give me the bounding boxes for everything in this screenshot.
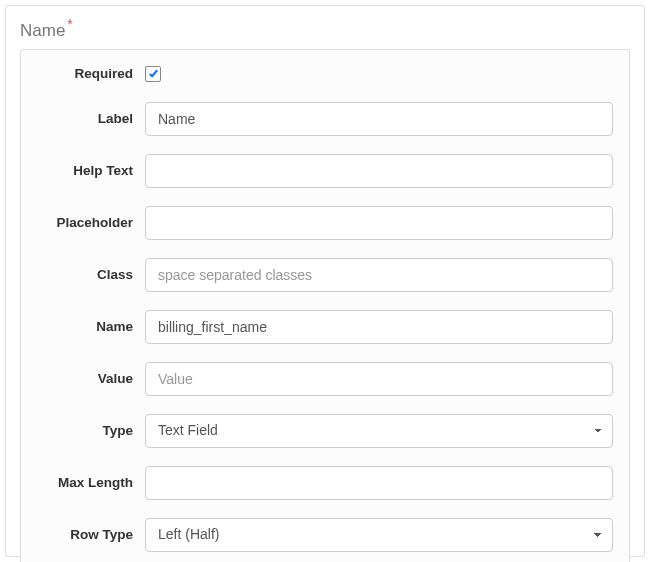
control-required	[145, 64, 613, 84]
row-required: Required	[21, 64, 629, 84]
label-class: Class	[37, 267, 145, 282]
row-value: Value	[21, 362, 629, 396]
panel-title-text: Name	[20, 21, 65, 40]
label-required: Required	[37, 66, 145, 81]
row-row-type: Row Type Left (Half)	[21, 518, 629, 552]
row-placeholder: Placeholder	[21, 206, 629, 240]
row-name: Name	[21, 310, 629, 344]
row-help-text: Help Text	[21, 154, 629, 188]
label-row-type: Row Type	[37, 527, 145, 542]
label-placeholder: Placeholder	[37, 215, 145, 230]
help-text-input[interactable]	[145, 154, 613, 188]
row-class: Class	[21, 258, 629, 292]
label-max-length: Max Length	[37, 475, 145, 490]
type-select[interactable]: Text Field	[145, 414, 613, 448]
panel-title: Name*	[20, 16, 630, 41]
label-help-text: Help Text	[37, 163, 145, 178]
row-type: Type Text Field	[21, 414, 629, 448]
label-label: Label	[37, 111, 145, 126]
required-asterisk-icon: *	[67, 16, 72, 32]
placeholder-input[interactable]	[145, 206, 613, 240]
name-input[interactable]	[145, 310, 613, 344]
row-label: Label	[21, 102, 629, 136]
class-input[interactable]	[145, 258, 613, 292]
row-max-length: Max Length	[21, 466, 629, 500]
field-form: Required Label Help Text Placeholder	[20, 49, 630, 562]
field-editor-panel: Name* Required Label Help Text Placehold…	[5, 5, 645, 557]
label-type: Type	[37, 423, 145, 438]
checkmark-icon	[148, 68, 159, 79]
label-name: Name	[37, 319, 145, 334]
row-type-select[interactable]: Left (Half)	[145, 518, 613, 552]
label-value: Value	[37, 371, 145, 386]
value-input[interactable]	[145, 362, 613, 396]
required-checkbox[interactable]	[145, 66, 161, 82]
max-length-input[interactable]	[145, 466, 613, 500]
label-input[interactable]	[145, 102, 613, 136]
